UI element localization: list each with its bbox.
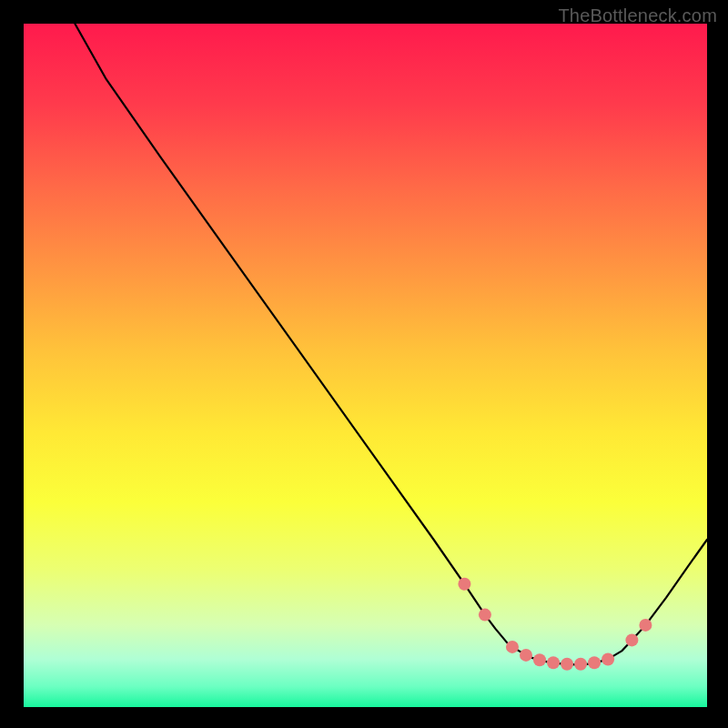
watermark: TheBottleneck.com xyxy=(558,5,717,26)
chart-container: { "watermark": "TheBottleneck.com", "cha… xyxy=(0,0,728,728)
plot-background xyxy=(24,24,707,707)
